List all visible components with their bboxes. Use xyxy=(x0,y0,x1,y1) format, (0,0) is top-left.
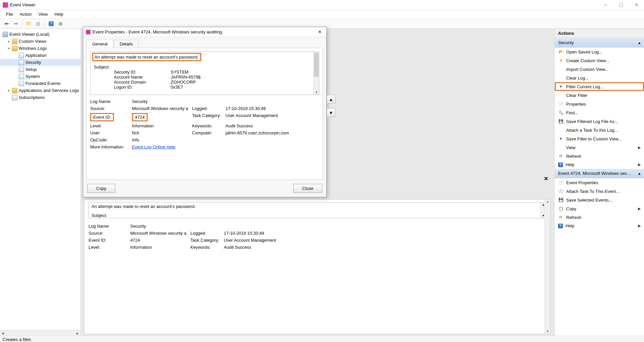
help-icon: ? xyxy=(558,162,563,167)
expand-icon[interactable]: ▸ xyxy=(7,39,11,43)
description-main-text: An attempt was made to reset an account'… xyxy=(95,54,199,60)
tree-subscriptions[interactable]: Subscriptions xyxy=(0,94,80,101)
action-attach-task-event[interactable]: 🕘 Attach Task To This Event... xyxy=(555,187,644,196)
action-event-properties[interactable]: 📄 Event Properties xyxy=(555,178,644,187)
val-source: Microsoft Windows security a xyxy=(132,106,192,111)
action-find[interactable]: 🔍 Find... xyxy=(555,108,644,117)
filter-icon: ▼ xyxy=(558,84,564,89)
scroll-thumb[interactable] xyxy=(314,53,318,77)
action-help-2[interactable]: ? Help ▶ xyxy=(555,222,644,230)
collapse-icon[interactable]: ▾ xyxy=(7,46,11,50)
scroll-down-icon[interactable]: ▾ xyxy=(545,329,550,333)
val-logname: Security xyxy=(132,99,192,104)
tree-system[interactable]: System xyxy=(0,73,80,80)
actions-pane: Actions Security ▴ 📂 Open Saved Log... ▼… xyxy=(554,29,644,336)
val-keywords: Audit Success xyxy=(224,245,291,250)
action-label: Refresh xyxy=(566,154,582,159)
menu-action[interactable]: Action xyxy=(16,10,35,18)
action-save-filter-custom[interactable]: ▼ Save Filter to Custom View... xyxy=(555,134,644,143)
action-label: Save Filtered Log File As... xyxy=(566,119,618,124)
show-hide-button[interactable]: ▥ xyxy=(34,20,42,28)
scroll-down-icon[interactable]: ▾ xyxy=(314,90,319,94)
lower-kv-grid: Log Name: Security Source: Microsoft Win… xyxy=(89,224,546,250)
action-label: Properties xyxy=(566,102,586,107)
scroll-right-icon[interactable]: ▸ xyxy=(75,330,80,336)
actions-group-security[interactable]: Security ▴ xyxy=(555,38,644,47)
action-copy[interactable]: 📋 Copy ▶ xyxy=(555,204,644,213)
tree-application[interactable]: Application xyxy=(0,52,80,59)
expand-icon[interactable]: ▸ xyxy=(7,89,11,92)
menu-file[interactable]: File xyxy=(3,10,16,18)
save-icon: 💾 xyxy=(558,197,564,203)
help-icon: ? xyxy=(558,224,563,228)
action-refresh-2[interactable]: ⟳ Refresh xyxy=(555,213,644,222)
actions-group-event[interactable]: Event 4724, Microsoft Windows secur... ▴ xyxy=(555,169,644,178)
chevron-right-icon: ▶ xyxy=(638,224,641,228)
logon-id-value: 0x3E7 xyxy=(171,85,237,90)
lbl-logname: Log Name: xyxy=(89,224,130,229)
help-icon: ? xyxy=(49,21,53,26)
group-label: Security xyxy=(558,40,574,45)
refresh-button[interactable]: ▦ xyxy=(56,20,65,28)
back-button[interactable]: ⬅ xyxy=(2,20,11,28)
tree-forwarded[interactable]: Forwarded Events xyxy=(0,80,80,87)
scroll-left-icon[interactable]: ◂ xyxy=(0,330,6,336)
save-icon: 💾 xyxy=(558,119,564,124)
tree-custom-views[interactable]: ▸ Custom Views xyxy=(0,38,80,45)
menu-view[interactable]: View xyxy=(35,10,51,18)
copy-button[interactable]: Copy xyxy=(87,184,115,193)
scroll-up-icon[interactable]: ▴ xyxy=(545,200,550,203)
tab-general[interactable]: General xyxy=(87,40,113,48)
prev-event-button[interactable]: ▲ xyxy=(327,95,335,104)
dialog-close-button[interactable]: ✕ xyxy=(316,28,324,36)
minimize-button[interactable]: ─ xyxy=(598,0,613,10)
tree-root[interactable]: Event Viewer (Local) xyxy=(0,31,80,38)
val-logged: 17-10-2019 15:30:49 xyxy=(224,231,291,236)
action-create-custom-view[interactable]: ▼ Create Custom View... xyxy=(555,56,644,65)
lower-desc-text: An attempt was made to reset an account'… xyxy=(92,204,543,209)
lbl-source: Source: xyxy=(89,231,130,236)
tree-windows-logs[interactable]: ▾ Windows Logs xyxy=(0,45,80,52)
action-view[interactable]: View ▶ xyxy=(555,143,644,152)
action-open-saved-log[interactable]: 📂 Open Saved Log... xyxy=(555,47,644,56)
action-import-custom-view[interactable]: Import Custom View... xyxy=(555,65,644,74)
log-icon xyxy=(19,53,24,58)
val-taskcat: User Account Management xyxy=(224,238,291,243)
action-refresh[interactable]: ⟳ Refresh xyxy=(555,152,644,160)
action-properties[interactable]: 📄 Properties xyxy=(555,100,644,108)
lbl-source: Source: xyxy=(90,106,132,111)
action-save-filtered[interactable]: 💾 Save Filtered Log File As... xyxy=(555,117,644,126)
tree-setup[interactable]: Setup xyxy=(0,66,80,73)
lower-scrollbar[interactable]: ▴ ▾ xyxy=(544,200,550,334)
action-help[interactable]: ? Help ▶ xyxy=(555,160,644,169)
menu-help[interactable]: Help xyxy=(51,10,67,18)
close-button[interactable]: ✕ xyxy=(629,0,644,10)
desc-scrollbar[interactable]: ▾ xyxy=(313,52,319,95)
collapse-icon[interactable]: ▴ xyxy=(638,171,641,176)
up-button[interactable]: 📁 xyxy=(24,20,33,28)
tree-h-scrollbar[interactable]: ◂ ▸ xyxy=(0,330,80,336)
panel-close-button[interactable]: ✕ xyxy=(544,176,548,182)
tab-details[interactable]: Details xyxy=(114,40,139,48)
forward-button[interactable]: ➡ xyxy=(11,20,20,28)
lbl-level: Level: xyxy=(90,123,132,128)
account-domain-label: Account Domain: xyxy=(114,80,171,85)
dialog-titlebar: Event Properties - Event 4724, Microsoft… xyxy=(83,27,326,37)
close-dialog-button[interactable]: Close xyxy=(293,184,322,193)
more-info-link[interactable]: Event Log Online Help xyxy=(132,144,175,149)
lbl-taskcat: Task Category: xyxy=(192,113,225,121)
help-button[interactable]: ? xyxy=(47,20,55,28)
next-event-button[interactable]: ▼ xyxy=(327,108,335,117)
event-properties-dialog: Event Properties - Event 4724, Microsoft… xyxy=(83,27,327,197)
collapse-icon[interactable]: ▴ xyxy=(638,40,641,45)
tree-apps-services[interactable]: ▸ Applications and Services Logs xyxy=(0,87,80,94)
action-save-selected[interactable]: 💾 Save Selected Events... xyxy=(555,196,644,204)
refresh-icon: ⟳ xyxy=(558,215,564,220)
action-clear-filter[interactable]: Clear Filter xyxy=(555,91,644,100)
maximize-button[interactable]: ▢ xyxy=(613,0,629,10)
action-filter-current-log[interactable]: ▼ Filter Current Log... xyxy=(555,82,644,91)
log-icon xyxy=(19,60,24,65)
action-attach-task-log[interactable]: Attach a Task To this Log... xyxy=(555,126,644,134)
action-clear-log[interactable]: Clear Log... xyxy=(555,74,644,82)
tree-security[interactable]: Security xyxy=(0,59,80,66)
